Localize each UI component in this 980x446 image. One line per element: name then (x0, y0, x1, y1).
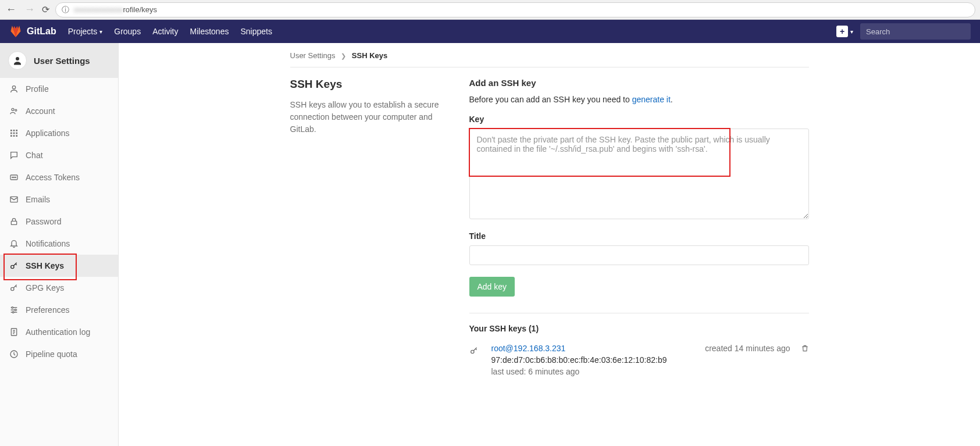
svg-point-0 (16, 57, 19, 60)
key-icon (9, 261, 19, 270)
title-label: Title (469, 231, 809, 241)
sidebar-item-label: Chat (26, 151, 43, 160)
search-input[interactable]: Search (860, 23, 971, 40)
delete-key-button[interactable] (801, 344, 809, 352)
svg-point-2 (12, 108, 14, 110)
profile-icon (9, 84, 19, 94)
sidebar-title: User Settings (34, 56, 90, 66)
sidebar-item-profile[interactable]: Profile (0, 78, 118, 100)
sidebar-header: User Settings (0, 43, 118, 78)
sidebar-item-label: GPG Keys (26, 283, 64, 292)
sidebar-item-access-tokens[interactable]: Access Tokens (0, 166, 118, 188)
sidebar-item-account[interactable]: Account (0, 100, 118, 122)
applications-icon (9, 129, 19, 138)
svg-rect-7 (10, 133, 12, 134)
breadcrumb-root[interactable]: User Settings (290, 51, 336, 60)
main-content: User Settings ❯ SSH Keys SSH Keys SSH ke… (119, 43, 980, 446)
sidebar-item-label: Access Tokens (26, 173, 80, 182)
preferences-icon (9, 305, 19, 315)
svg-point-21 (12, 307, 13, 309)
browser-back-button[interactable]: ← (5, 3, 17, 16)
svg-rect-10 (10, 135, 12, 137)
sidebar-item-applications[interactable]: Applications (0, 122, 118, 144)
page-heading: SSH Keys (290, 78, 455, 91)
svg-point-23 (12, 312, 14, 313)
svg-point-14 (12, 177, 13, 177)
sidebar-item-pipeline-quota[interactable]: Pipeline quota (0, 343, 118, 365)
sidebar-item-chat[interactable]: Chat (0, 144, 118, 166)
svg-rect-6 (16, 130, 17, 131)
nav-snippets[interactable]: Snippets (240, 27, 272, 36)
email-icon (9, 195, 19, 204)
nav-milestones[interactable]: Milestones (190, 27, 229, 36)
nav-activity[interactable]: Activity (152, 27, 178, 36)
svg-point-3 (15, 109, 17, 111)
help-text: Before you can add an SSH key you need t… (469, 95, 809, 104)
svg-rect-8 (13, 133, 15, 134)
svg-rect-12 (16, 135, 17, 137)
sidebar-item-password[interactable]: Password (0, 210, 118, 233)
svg-rect-5 (13, 130, 15, 131)
svg-point-19 (11, 265, 14, 268)
add-key-button[interactable]: Add key (469, 277, 515, 297)
breadcrumbs: User Settings ❯ SSH Keys (290, 43, 809, 67)
add-key-heading: Add an SSH key (469, 78, 809, 88)
token-icon (9, 173, 19, 182)
key-last-used: last used: 6 minutes ago (491, 367, 695, 376)
key-textarea[interactable] (469, 129, 809, 219)
ssh-key-row: root@192.168.3.231 97:de:d7:0c:b6:b8:b0:… (469, 344, 809, 376)
key-icon (469, 344, 481, 355)
url-bar[interactable]: ⓘ xxxxxxxxxxxxxrofile/keys (55, 2, 975, 17)
browser-reload-button[interactable]: ⟳ (42, 4, 49, 15)
avatar (8, 51, 27, 70)
browser-toolbar: ← → ⟳ ⓘ xxxxxxxxxxxxxrofile/keys (0, 0, 980, 20)
info-icon: ⓘ (62, 5, 69, 15)
sidebar-item-preferences[interactable]: Preferences (0, 299, 118, 321)
sidebar: User Settings Profile Account Applicatio… (0, 43, 119, 446)
key-name-link[interactable]: root@192.168.3.231 (491, 344, 695, 353)
key-icon (9, 283, 19, 292)
svg-rect-9 (16, 133, 17, 134)
sidebar-item-ssh-keys[interactable]: SSH Keys (0, 255, 118, 277)
person-icon (12, 55, 23, 66)
title-input[interactable] (469, 245, 809, 265)
sidebar-item-emails[interactable]: Emails (0, 188, 118, 210)
breadcrumb-current: SSH Keys (352, 51, 387, 60)
nav-projects[interactable]: Projects▾ (68, 27, 103, 36)
trash-icon (801, 344, 809, 352)
browser-forward-button[interactable]: → (23, 3, 36, 16)
gitlab-logo-icon (9, 25, 22, 38)
key-created: created 14 minutes ago (705, 344, 790, 353)
sidebar-item-notifications[interactable]: Notifications (0, 233, 118, 255)
svg-rect-4 (10, 130, 12, 131)
quota-icon (9, 349, 19, 359)
svg-point-26 (471, 350, 473, 353)
svg-point-15 (13, 177, 14, 177)
search-placeholder: Search (866, 27, 890, 36)
sidebar-item-auth-log[interactable]: Authentication log (0, 321, 118, 343)
account-icon (9, 106, 19, 116)
nav-groups[interactable]: Groups (114, 27, 141, 36)
sidebar-item-label: Profile (26, 84, 49, 94)
bell-icon (9, 239, 19, 248)
lock-icon (9, 217, 19, 226)
sidebar-item-label: SSH Keys (26, 261, 64, 270)
sidebar-item-label: Account (26, 106, 55, 116)
brand-logo[interactable]: GitLab (9, 25, 56, 38)
chat-icon (9, 151, 19, 160)
brand-text: GitLab (27, 26, 56, 37)
new-menu[interactable]: + ▾ (836, 26, 853, 37)
sidebar-item-label: Authentication log (26, 327, 90, 337)
sidebar-item-label: Preferences (26, 305, 69, 315)
sidebar-item-gpg-keys[interactable]: GPG Keys (0, 277, 118, 299)
url-text: xxxxxxxxxxxxxrofile/keys (74, 5, 157, 14)
log-icon (9, 327, 19, 337)
svg-point-22 (15, 309, 16, 311)
sidebar-item-label: Applications (26, 129, 70, 138)
chevron-right-icon: ❯ (341, 52, 346, 59)
key-label: Key (469, 115, 809, 124)
chevron-down-icon: ▾ (850, 28, 853, 35)
generate-link[interactable]: generate it (632, 95, 671, 104)
plus-icon: + (836, 26, 848, 37)
svg-point-1 (12, 86, 15, 89)
